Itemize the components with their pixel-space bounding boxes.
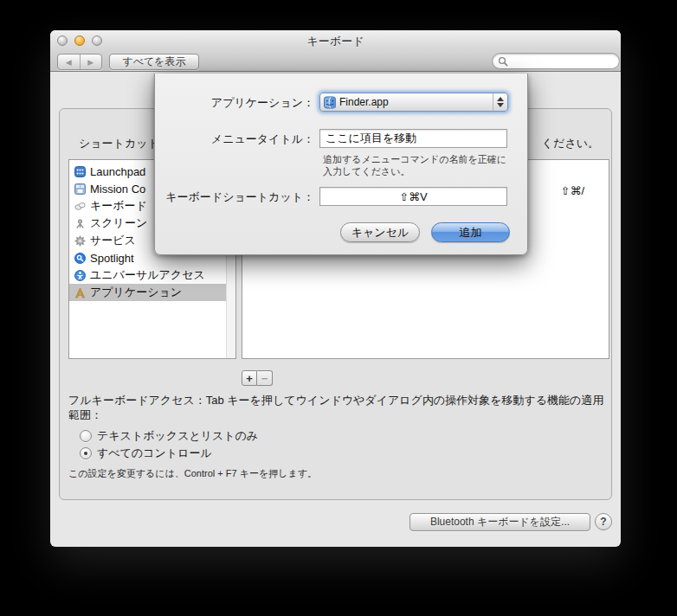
mission-control-icon	[74, 183, 86, 195]
application-popup[interactable]: Finder.app	[319, 93, 508, 112]
system-preferences-window: キーボード ◀ ▶ すべてを表示 ショートカットを ください。	[50, 30, 621, 547]
sidebar-item-label: スクリーン	[90, 215, 147, 231]
cancel-button[interactable]: キャンセル	[340, 222, 420, 242]
search-input[interactable]	[509, 55, 611, 67]
popup-stepper-icon	[493, 93, 507, 111]
menu-title-input[interactable]	[319, 129, 507, 148]
application-popup-value: Finder.app	[339, 96, 389, 108]
sidebar-item-label: キーボード	[90, 198, 147, 214]
keyboard-shortcut-label: キーボードショートカット：	[155, 189, 314, 205]
add-button[interactable]: 追加	[431, 222, 510, 242]
shortcut-instruction-right: ください。	[542, 136, 599, 151]
back-icon[interactable]: ◀	[58, 55, 80, 69]
sidebar-item-label: アプリケーション	[90, 285, 182, 300]
full-keyboard-access-description: フルキーボードアクセス：Tab キーを押してウインドウやダイアログ内の操作対象を…	[68, 393, 612, 422]
sidebar-item-label: Mission Co	[90, 183, 145, 196]
search-field[interactable]	[492, 53, 620, 69]
keyboard-icon	[74, 200, 86, 212]
sidebar-item-label: Spotlight	[90, 252, 134, 265]
keyboard-shortcut-input[interactable]	[319, 187, 507, 206]
finder-app-icon	[324, 96, 336, 108]
desktop-background: キーボード ◀ ▶ すべてを表示 ショートカットを ください。	[0, 0, 677, 616]
menu-title-label: メニュータイトル：	[155, 132, 314, 147]
screenshot-icon	[74, 217, 86, 229]
forward-icon[interactable]: ▶	[80, 55, 102, 69]
remove-shortcut-button[interactable]: −	[257, 370, 273, 386]
radio-unselected-icon[interactable]	[80, 430, 92, 442]
shortcut-key-cell[interactable]: ⇧⌘/	[560, 184, 584, 197]
window-chrome: キーボード ◀ ▶ すべてを表示	[50, 30, 621, 72]
sidebar-item-applications[interactable]: アプリケーション	[69, 284, 226, 301]
services-icon	[74, 234, 86, 247]
sidebar-item-label: Launchpad	[90, 165, 145, 178]
help-button[interactable]: ?	[595, 513, 612, 530]
add-shortcut-sheet: アプリケーション： Finder.app メニュータイトル： 追加するメニューコ…	[154, 74, 528, 255]
launchpad-icon	[74, 165, 86, 177]
radio-label: すべてのコントロール	[97, 446, 212, 461]
radio-label: テキストボックスとリストのみ	[97, 428, 258, 444]
spotlight-icon	[74, 252, 86, 264]
sidebar-item-label: ユニバーサルアクセス	[90, 267, 205, 283]
window-title: キーボード	[50, 34, 621, 49]
menu-title-helper-text: 追加するメニューコマンドの名前を正確に 入力してください。	[323, 153, 506, 177]
add-shortcut-button[interactable]: +	[242, 370, 257, 386]
application-label: アプリケーション：	[155, 95, 314, 111]
radio-option-textboxes[interactable]: テキストボックスとリストのみ	[80, 428, 258, 444]
radio-option-all-controls[interactable]: すべてのコントロール	[80, 446, 212, 461]
radio-selected-icon[interactable]	[80, 447, 92, 459]
show-all-button[interactable]: すべてを表示	[109, 54, 199, 70]
search-icon	[497, 55, 509, 67]
universal-access-icon	[74, 269, 86, 281]
bluetooth-keyboard-setup-button[interactable]: Bluetooth キーボードを設定...	[409, 513, 590, 531]
add-remove-controls: + −	[242, 370, 273, 386]
nav-segmented-control: ◀ ▶	[57, 54, 102, 70]
applications-icon	[74, 286, 86, 298]
control-f7-note: この設定を変更するには、Control + F7 キーを押します。	[68, 467, 317, 480]
sidebar-item-universal-access[interactable]: ユニバーサルアクセス	[69, 266, 226, 284]
sidebar-item-label: サービス	[90, 233, 136, 248]
